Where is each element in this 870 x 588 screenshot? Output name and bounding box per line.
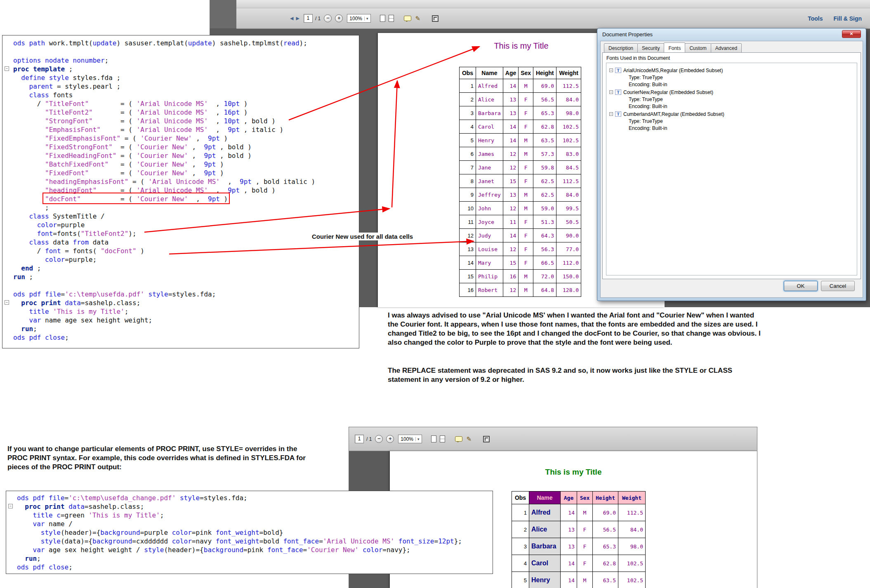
- table-cell: Henry: [476, 134, 503, 147]
- code-line: ods pdf close;: [17, 563, 490, 572]
- code-line: ods pdf close;: [13, 333, 356, 342]
- table-cell: 62.8: [593, 555, 618, 572]
- zoom-out-icon[interactable]: −: [324, 14, 332, 22]
- single-page-view-icon[interactable]: [431, 435, 436, 442]
- table-cell: 83.0: [556, 147, 581, 161]
- table-cell: 4: [460, 120, 476, 134]
- table-cell: M: [519, 188, 533, 202]
- table-cell: 15: [503, 174, 518, 188]
- code-line: class data from data: [13, 238, 356, 247]
- table-cell: Alice: [529, 521, 561, 538]
- zoom-level-dropdown[interactable]: 100% ▾: [347, 14, 370, 23]
- close-button[interactable]: ×: [842, 30, 861, 38]
- table-row: 10John12M59.099.5: [460, 202, 581, 215]
- table-cell: Joyce: [476, 215, 503, 229]
- next-page-icon[interactable]: ▶: [296, 16, 299, 21]
- tab-advanced[interactable]: Advanced: [711, 43, 742, 53]
- table-cell: 90.0: [556, 229, 581, 242]
- table-cell: 56.5: [593, 521, 618, 538]
- column-header-weight: Weight: [556, 67, 581, 79]
- tab-security[interactable]: Security: [637, 43, 664, 53]
- code-fold-icon[interactable]: −: [5, 66, 9, 71]
- column-header-sex: Sex: [519, 67, 533, 79]
- table-cell: Barbara: [529, 538, 561, 555]
- font-tree-item[interactable]: − T ArialUnicodeMS,Regular (Embedded Sub…: [606, 66, 857, 74]
- font-list[interactable]: − T ArialUnicodeMS,Regular (Embedded Sub…: [606, 63, 857, 275]
- fullscreen-icon[interactable]: [432, 15, 439, 22]
- tools-button[interactable]: Tools: [808, 15, 823, 22]
- signature-pen-icon[interactable]: ✎: [467, 435, 472, 443]
- column-header-sex: Sex: [577, 492, 593, 504]
- previous-page-icon[interactable]: ◀: [290, 16, 293, 21]
- column-header-age: Age: [561, 492, 577, 504]
- single-page-view-icon[interactable]: [380, 15, 385, 22]
- collapse-minus-icon[interactable]: −: [609, 68, 613, 72]
- fullscreen-icon[interactable]: [483, 436, 490, 442]
- table-cell: Carol: [476, 120, 503, 134]
- scrolling-view-icon[interactable]: [440, 435, 445, 442]
- font-tree-item[interactable]: − T CourierNew,Regular (Embedded Subset): [606, 88, 857, 96]
- table-cell: M: [519, 270, 533, 283]
- table-cell: F: [519, 161, 533, 174]
- column-header-weight: Weight: [618, 492, 646, 504]
- table-cell: 13: [503, 106, 518, 120]
- table-cell: 12: [503, 161, 518, 174]
- ok-button[interactable]: OK: [784, 281, 818, 291]
- code-line: proc template ;: [13, 65, 356, 73]
- zoom-in-icon[interactable]: +: [335, 14, 343, 22]
- code-line: color=purple: [13, 221, 356, 229]
- tab-description[interactable]: Description: [604, 43, 638, 53]
- table-cell: 14: [503, 229, 518, 242]
- code-line: style(data)={background=cxdddddd color=n…: [17, 537, 490, 546]
- table-cell: 84.0: [618, 521, 646, 538]
- comment-bubble-icon[interactable]: [455, 436, 462, 442]
- code-line: var age sex height weight / style(header…: [17, 546, 490, 554]
- zoom-in-icon[interactable]: +: [386, 435, 394, 443]
- tab-custom[interactable]: Custom: [685, 43, 711, 53]
- scrolling-view-icon[interactable]: [389, 15, 394, 22]
- table-cell: 64.3: [533, 229, 556, 242]
- table-cell: Carol: [529, 555, 561, 572]
- zoom-level-dropdown[interactable]: 100% ▾: [398, 435, 422, 443]
- zoom-level-value: 100%: [401, 436, 413, 442]
- signature-pen-icon[interactable]: ✎: [415, 15, 421, 22]
- collapse-minus-icon[interactable]: −: [609, 112, 613, 116]
- close-icon: ×: [850, 31, 853, 37]
- zoom-out-icon[interactable]: −: [375, 435, 383, 443]
- comment-bubble-icon[interactable]: [404, 16, 411, 21]
- column-header-age: Age: [503, 67, 518, 79]
- code-line: "FixedStrongFont" = ( 'Courier New' , 9p…: [13, 143, 356, 151]
- page-number-input[interactable]: 1: [355, 435, 364, 443]
- column-header-name: Name: [476, 67, 503, 79]
- column-header-height: Height: [593, 492, 618, 504]
- fill-sign-button[interactable]: Fill & Sign: [834, 15, 862, 22]
- font-name: CourierNew,Regular (Embedded Subset): [623, 89, 713, 95]
- collapse-minus-icon[interactable]: −: [609, 90, 613, 94]
- table-header-row: ObsNameAgeSexHeightWeight: [512, 492, 646, 504]
- table-cell: 56.3: [533, 242, 556, 256]
- code-fold-icon[interactable]: −: [8, 504, 13, 508]
- code-line: "StrongFont" = ( 'Arial Unicode MS' , 10…: [13, 117, 356, 125]
- table-cell: James: [476, 147, 503, 161]
- table-cell: 57.3: [533, 147, 556, 161]
- dialog-body: Description Security Fonts Custom Advanc…: [600, 41, 863, 298]
- cancel-button[interactable]: Cancel: [821, 281, 855, 291]
- table-cell: 59.8: [533, 161, 556, 174]
- column-header-name: Name: [529, 492, 561, 504]
- table-cell: 12: [503, 202, 518, 215]
- table-cell: 102.5: [556, 134, 581, 147]
- tab-fonts[interactable]: Fonts: [664, 42, 685, 53]
- table-cell: 72.0: [533, 270, 556, 283]
- table-row: 1Alfred14M69.0112.5: [512, 504, 646, 521]
- sas-template-code-box: ods path work.tmplt(update) sasuser.temp…: [2, 35, 359, 348]
- table-cell: F: [519, 174, 533, 188]
- page-number-input[interactable]: 1: [304, 14, 313, 23]
- table-cell: 77.0: [556, 242, 581, 256]
- table-row: 5Henry14M63.5102.5: [460, 134, 581, 147]
- code-fold-icon[interactable]: −: [5, 300, 9, 305]
- font-name: ArialUnicodeMS,Regular (Embedded Subset): [623, 68, 723, 73]
- table-cell: 63.5: [533, 134, 556, 147]
- table-cell: 65.3: [593, 538, 618, 555]
- table-cell: 13: [561, 538, 577, 555]
- font-tree-item[interactable]: − T CumberlandAMT,Regular (Embedded Subs…: [606, 110, 857, 118]
